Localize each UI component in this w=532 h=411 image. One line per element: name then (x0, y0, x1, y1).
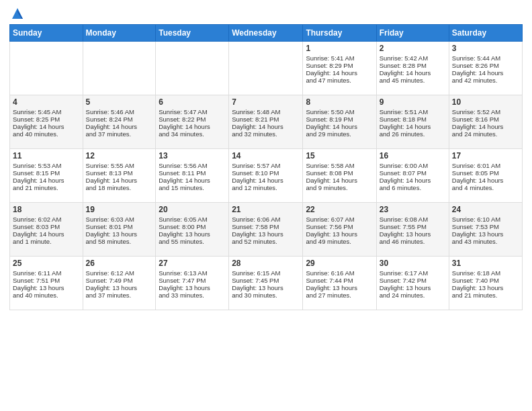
day-info: and 21 minutes. (452, 291, 519, 299)
day-info: Sunset: 7:45 PM (232, 277, 300, 284)
day-info: Sunrise: 5:42 AM (380, 54, 446, 62)
calendar-cell: 6Sunrise: 5:47 AMSunset: 8:22 PMDaylight… (156, 95, 229, 149)
calendar-cell: 14Sunrise: 5:57 AMSunset: 8:10 PMDayligh… (229, 149, 303, 203)
day-info: Sunset: 8:25 PM (13, 116, 80, 123)
day-info: and 40 minutes. (13, 130, 80, 138)
day-info: Sunrise: 5:47 AM (159, 108, 226, 116)
day-info: Sunset: 8:10 PM (232, 169, 300, 177)
day-number: 24 (452, 205, 519, 214)
day-info: Sunset: 7:40 PM (452, 277, 519, 284)
day-number: 29 (306, 259, 373, 268)
day-info: Daylight: 13 hours (86, 284, 153, 291)
day-info: and 43 minutes. (452, 238, 519, 245)
day-info: Sunrise: 6:00 AM (380, 162, 446, 169)
day-info: Sunrise: 5:45 AM (13, 108, 80, 116)
day-info: Sunset: 8:21 PM (232, 116, 300, 123)
calendar-cell: 4Sunrise: 5:45 AMSunset: 8:25 PMDaylight… (10, 95, 83, 149)
calendar-week-1: 1Sunrise: 5:41 AMSunset: 8:29 PMDaylight… (10, 42, 523, 95)
day-info: Daylight: 13 hours (86, 230, 153, 238)
day-number: 2 (380, 44, 446, 53)
day-info: and 49 minutes. (306, 238, 373, 245)
day-info: and 9 minutes. (306, 184, 373, 191)
day-info: Daylight: 13 hours (232, 230, 300, 238)
day-number: 18 (13, 205, 80, 214)
day-info: and 24 minutes. (380, 291, 446, 299)
day-info: Sunrise: 5:57 AM (232, 162, 300, 169)
day-info: and 40 minutes. (13, 291, 80, 299)
day-info: Sunset: 7:49 PM (86, 277, 153, 284)
day-number: 21 (232, 205, 300, 214)
day-info: and 24 minutes. (452, 130, 519, 138)
day-number: 10 (452, 97, 519, 107)
day-info: Sunset: 7:47 PM (159, 277, 226, 284)
day-number: 14 (232, 151, 300, 161)
calendar-cell: 3Sunrise: 5:44 AMSunset: 8:26 PMDaylight… (449, 42, 522, 95)
day-info: and 18 minutes. (86, 184, 153, 191)
calendar-week-4: 18Sunrise: 6:02 AMSunset: 8:03 PMDayligh… (10, 203, 523, 257)
day-info: Sunset: 7:42 PM (380, 277, 446, 284)
day-info: and 21 minutes. (13, 184, 80, 191)
day-info: Sunrise: 5:50 AM (306, 108, 373, 116)
day-info: Sunset: 8:13 PM (86, 169, 153, 177)
day-header-saturday: Saturday (449, 25, 522, 42)
day-info: and 29 minutes. (306, 130, 373, 138)
day-info: Sunrise: 5:48 AM (232, 108, 300, 116)
calendar-cell (10, 42, 83, 95)
day-info: Daylight: 13 hours (452, 230, 519, 238)
calendar-cell: 18Sunrise: 6:02 AMSunset: 8:03 PMDayligh… (10, 203, 83, 257)
day-info: Sunset: 7:44 PM (306, 277, 373, 284)
day-info: Daylight: 13 hours (232, 284, 300, 291)
day-number: 22 (306, 205, 373, 214)
day-info: Daylight: 14 hours (306, 123, 373, 130)
day-number: 11 (13, 151, 80, 161)
day-info: and 45 minutes. (380, 77, 446, 84)
day-info: and 34 minutes. (159, 130, 226, 138)
day-info: and 42 minutes. (452, 77, 519, 84)
header (9, 7, 523, 20)
calendar-cell: 21Sunrise: 6:06 AMSunset: 7:58 PMDayligh… (229, 203, 303, 257)
day-info: Daylight: 13 hours (380, 284, 446, 291)
calendar-week-2: 4Sunrise: 5:45 AMSunset: 8:25 PMDaylight… (10, 95, 523, 149)
day-info: Sunset: 8:18 PM (380, 116, 446, 123)
day-info: Sunrise: 6:12 AM (86, 269, 153, 277)
day-info: Daylight: 14 hours (86, 177, 153, 184)
day-info: Sunset: 8:08 PM (306, 169, 373, 177)
calendar-cell: 15Sunrise: 5:58 AMSunset: 8:08 PMDayligh… (303, 149, 376, 203)
day-info: Daylight: 14 hours (452, 177, 519, 184)
day-info: Sunrise: 6:15 AM (232, 269, 300, 277)
day-header-tuesday: Tuesday (156, 25, 229, 42)
calendar-cell: 2Sunrise: 5:42 AMSunset: 8:28 PMDaylight… (376, 42, 449, 95)
day-number: 6 (159, 97, 226, 107)
calendar-cell: 5Sunrise: 5:46 AMSunset: 8:24 PMDaylight… (83, 95, 156, 149)
day-info: Sunrise: 6:10 AM (452, 216, 519, 223)
day-info: Sunrise: 5:56 AM (159, 162, 226, 169)
day-info: and 32 minutes. (232, 130, 300, 138)
day-info: and 12 minutes. (232, 184, 300, 191)
day-info: Sunrise: 5:41 AM (306, 54, 373, 62)
day-info: Sunrise: 6:03 AM (86, 216, 153, 223)
calendar-cell: 24Sunrise: 6:10 AMSunset: 7:53 PMDayligh… (449, 203, 522, 257)
calendar-cell (156, 42, 229, 95)
day-info: and 30 minutes. (232, 291, 300, 299)
day-info: and 52 minutes. (232, 238, 300, 245)
day-info: Sunrise: 6:08 AM (380, 216, 446, 223)
day-info: Sunrise: 6:11 AM (13, 269, 80, 277)
day-info: Sunset: 8:11 PM (159, 169, 226, 177)
day-info: Sunset: 8:19 PM (306, 116, 373, 123)
day-info: Daylight: 14 hours (13, 123, 80, 130)
calendar-cell: 29Sunrise: 6:16 AMSunset: 7:44 PMDayligh… (303, 257, 376, 310)
day-info: Sunset: 8:26 PM (452, 62, 519, 69)
day-info: Daylight: 14 hours (159, 177, 226, 184)
calendar-cell: 8Sunrise: 5:50 AMSunset: 8:19 PMDaylight… (303, 95, 376, 149)
day-info: Sunset: 8:24 PM (86, 116, 153, 123)
calendar-cell: 20Sunrise: 6:05 AMSunset: 8:00 PMDayligh… (156, 203, 229, 257)
day-number: 8 (306, 97, 373, 107)
day-info: Sunset: 7:55 PM (380, 223, 446, 230)
day-number: 17 (452, 151, 519, 161)
day-info: Daylight: 14 hours (13, 230, 80, 238)
calendar-cell: 10Sunrise: 5:52 AMSunset: 8:16 PMDayligh… (449, 95, 522, 149)
day-number: 3 (452, 44, 519, 53)
day-info: Daylight: 14 hours (380, 123, 446, 130)
day-number: 31 (452, 259, 519, 268)
day-number: 20 (159, 205, 226, 214)
